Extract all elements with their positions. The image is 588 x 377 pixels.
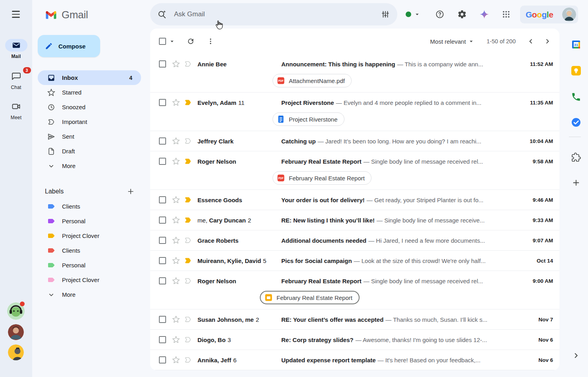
importance-marker-icon[interactable]: [184, 216, 192, 224]
select-dropdown-caret[interactable]: [168, 38, 176, 45]
sidebar-item-important[interactable]: Important: [38, 114, 141, 129]
user-avatar[interactable]: [562, 8, 576, 21]
importance-marker-icon[interactable]: [184, 257, 192, 265]
star-icon[interactable]: [172, 196, 180, 204]
star-icon[interactable]: [172, 99, 180, 106]
importance-marker-icon[interactable]: [184, 236, 192, 244]
row-checkbox[interactable]: [159, 356, 166, 363]
newer-page-button[interactable]: [527, 37, 535, 45]
older-page-button[interactable]: [544, 37, 551, 45]
sidebar-item-snoozed[interactable]: Snoozed: [38, 100, 141, 114]
star-icon[interactable]: [172, 356, 180, 364]
star-icon[interactable]: [172, 137, 180, 145]
email-row[interactable]: Annika, Jeff6 Updated expense report tem…: [150, 350, 559, 370]
row-checkbox[interactable]: [159, 237, 166, 244]
select-all-checkbox[interactable]: [159, 38, 166, 45]
attachment-chip[interactable]: Project Riverstone: [273, 112, 344, 126]
attachment-chip[interactable]: PDF AttachmentName.pdf: [273, 74, 352, 87]
sidebar-item-more[interactable]: More: [38, 159, 141, 173]
star-icon[interactable]: [172, 157, 180, 165]
row-checkbox[interactable]: [159, 336, 166, 343]
label-item-personal-purple[interactable]: Personal: [38, 214, 141, 228]
label-item-project-clover-yellow[interactable]: Project Clover: [38, 228, 141, 243]
collapse-panel-button[interactable]: [568, 348, 584, 363]
add-app-button[interactable]: [568, 175, 584, 191]
sidebar-item-sent[interactable]: Sent: [38, 129, 141, 144]
gemini-button[interactable]: [475, 5, 493, 23]
star-icon[interactable]: [172, 60, 180, 68]
star-icon[interactable]: [172, 236, 180, 244]
importance-marker-icon[interactable]: [184, 157, 192, 165]
tasks-app-button[interactable]: [568, 114, 584, 130]
email-row[interactable]: Roger Nelson February Real Estate Report…: [150, 271, 559, 309]
star-icon[interactable]: [172, 216, 180, 224]
sidebar-item-inbox[interactable]: Inbox 4: [38, 70, 141, 85]
pdf-icon: PDF: [277, 174, 285, 182]
email-row[interactable]: Jeffrey Clark Catching up— Jared! It’s b…: [150, 131, 559, 151]
row-checkbox[interactable]: [159, 137, 166, 145]
sort-selector[interactable]: Most relevant: [430, 38, 475, 45]
importance-marker-icon[interactable]: [184, 315, 192, 323]
email-time: Oct 14: [518, 258, 553, 264]
star-icon[interactable]: [172, 336, 180, 344]
importance-marker-icon[interactable]: [184, 356, 192, 364]
labels-more[interactable]: More: [38, 287, 141, 302]
importance-marker-icon[interactable]: [184, 277, 192, 285]
gmail-logo[interactable]: Gmail: [44, 9, 88, 21]
email-row[interactable]: Muireann, Kylie, David5 Pics for Social …: [150, 251, 559, 271]
voice-app-button[interactable]: [568, 89, 584, 105]
help-button[interactable]: [431, 5, 449, 23]
row-checkbox[interactable]: [159, 217, 166, 224]
status-selector[interactable]: [400, 5, 426, 23]
email-row[interactable]: Annie Bee Announcement: This thing is ha…: [150, 54, 559, 93]
importance-marker-icon[interactable]: [184, 60, 192, 68]
attachment-chip[interactable]: PDF February Real Estate Report: [273, 171, 371, 185]
avatar-contact-3[interactable]: [8, 344, 24, 360]
row-checkbox[interactable]: [159, 158, 166, 165]
sidebar-item-starred[interactable]: Starred: [38, 85, 141, 100]
search-options-button[interactable]: [377, 6, 394, 23]
row-checkbox[interactable]: [159, 60, 166, 68]
get-add-ons-button[interactable]: [568, 149, 584, 165]
google-account-chip[interactable]: Google: [520, 6, 578, 23]
email-row[interactable]: Roger Nelson February Real Estate Report…: [150, 151, 559, 190]
email-row[interactable]: Diogo, Bo3 Re: Corp strategy slides?— Aw…: [150, 330, 559, 350]
label-item-clients-red[interactable]: Clients: [38, 243, 141, 258]
refresh-icon[interactable]: [187, 37, 195, 45]
star-icon[interactable]: [172, 277, 180, 285]
rail-item-chat[interactable]: 3 Chat: [0, 70, 32, 90]
importance-marker-icon[interactable]: [184, 137, 192, 145]
search-input[interactable]: [173, 3, 377, 26]
row-checkbox[interactable]: [159, 196, 166, 203]
sidebar-item-draft[interactable]: Draft: [38, 144, 141, 159]
row-checkbox[interactable]: [159, 99, 166, 106]
label-item-clients-blue[interactable]: Clients: [38, 199, 141, 214]
email-row[interactable]: me, Cary Duncan2 RE: New listing I think…: [150, 210, 559, 230]
email-row[interactable]: Grace Roberts Additional documents neede…: [150, 230, 559, 251]
star-icon[interactable]: [172, 257, 180, 265]
importance-marker-icon[interactable]: [184, 99, 192, 106]
rail-item-mail[interactable]: Mail: [0, 39, 32, 59]
row-checkbox[interactable]: [159, 277, 166, 284]
google-apps-button[interactable]: [497, 5, 515, 23]
label-item-personal-green[interactable]: Personal: [38, 258, 141, 273]
row-checkbox[interactable]: [159, 257, 166, 264]
keep-app-button[interactable]: [568, 63, 584, 79]
more-options-icon[interactable]: [207, 37, 215, 45]
importance-marker-icon[interactable]: [184, 196, 192, 204]
calendar-app-button[interactable]: 31: [568, 37, 584, 52]
avatar-contact-2[interactable]: [8, 324, 24, 340]
label-item-project-clover-pink[interactable]: Project Clover: [38, 273, 141, 287]
email-row[interactable]: Essence Goods Your order is out for deli…: [150, 190, 559, 210]
email-row[interactable]: Evelyn, Adam11 Project Riverstone— Evely…: [150, 93, 559, 131]
attachment-chip[interactable]: February Real Estate Report: [260, 291, 360, 304]
email-row[interactable]: Susan Johnson, me2 RE: Your client’s off…: [150, 309, 559, 330]
rail-item-meet[interactable]: Meet: [0, 100, 32, 120]
create-label-button[interactable]: [125, 186, 136, 197]
search-bar[interactable]: [150, 3, 397, 25]
importance-marker-icon[interactable]: [184, 336, 192, 344]
compose-button[interactable]: Compose: [38, 35, 100, 57]
star-icon[interactable]: [172, 315, 180, 323]
row-checkbox[interactable]: [159, 316, 166, 323]
settings-button[interactable]: [453, 5, 471, 23]
